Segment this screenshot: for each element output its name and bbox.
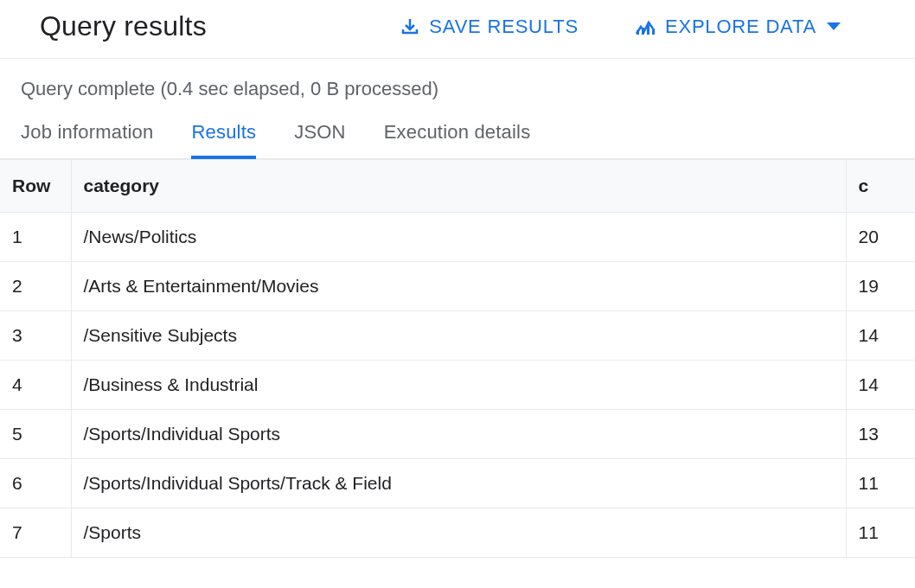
col-header-row[interactable]: Row bbox=[0, 160, 71, 213]
svg-rect-1 bbox=[642, 28, 644, 35]
col-header-category[interactable]: category bbox=[71, 160, 846, 213]
cell-c: 11 bbox=[846, 459, 915, 508]
tab-execution-details[interactable]: Execution details bbox=[384, 116, 531, 159]
tab-results[interactable]: Results bbox=[191, 116, 256, 159]
table-header-row: Row category c bbox=[0, 160, 915, 213]
cell-category: /Sports/Individual Sports/Track & Field bbox=[71, 459, 846, 508]
cell-category: /Sports bbox=[71, 508, 846, 558]
svg-rect-3 bbox=[652, 29, 655, 35]
cell-category: /Sensitive Subjects bbox=[71, 311, 846, 361]
header-actions: SAVE RESULTS EXPLORE DATA bbox=[400, 16, 842, 38]
cell-c: 19 bbox=[846, 262, 915, 311]
svg-rect-2 bbox=[647, 25, 649, 35]
header-bar: Query results SAVE RESULTS bbox=[0, 0, 915, 59]
page-title: Query results bbox=[40, 10, 207, 42]
cell-c: 20 bbox=[846, 213, 915, 262]
cell-row: 2 bbox=[0, 262, 71, 311]
cell-row: 5 bbox=[0, 410, 71, 459]
table-row[interactable]: 2 /Arts & Entertainment/Movies 19 bbox=[0, 262, 915, 311]
cell-category: /Business & Industrial bbox=[71, 361, 846, 410]
explore-data-button[interactable]: EXPLORE DATA bbox=[634, 16, 842, 38]
svg-rect-0 bbox=[637, 30, 639, 35]
cell-c: 13 bbox=[846, 410, 915, 459]
cell-row: 1 bbox=[0, 213, 71, 262]
cell-c: 11 bbox=[846, 508, 915, 558]
tabs: Job information Results JSON Execution d… bbox=[0, 116, 915, 159]
save-results-label: SAVE RESULTS bbox=[429, 16, 579, 38]
table-row[interactable]: 6 /Sports/Individual Sports/Track & Fiel… bbox=[0, 459, 915, 508]
table-row[interactable]: 7 /Sports 11 bbox=[0, 508, 915, 558]
cell-category: /Arts & Entertainment/Movies bbox=[71, 262, 846, 311]
cell-row: 6 bbox=[0, 459, 71, 508]
cell-category: /News/Politics bbox=[71, 213, 846, 262]
tab-job-information[interactable]: Job information bbox=[21, 116, 153, 159]
table-row[interactable]: 3 /Sensitive Subjects 14 bbox=[0, 311, 915, 361]
cell-row: 4 bbox=[0, 361, 71, 410]
chevron-down-icon bbox=[825, 18, 842, 35]
col-header-c[interactable]: c bbox=[846, 160, 915, 213]
table-row[interactable]: 1 /News/Politics 20 bbox=[0, 213, 915, 262]
cell-c: 14 bbox=[846, 311, 915, 361]
save-results-button[interactable]: SAVE RESULTS bbox=[400, 16, 579, 38]
status-text: Query complete (0.4 sec elapsed, 0 B pro… bbox=[0, 59, 915, 116]
cell-category: /Sports/Individual Sports bbox=[71, 410, 846, 459]
chart-icon bbox=[634, 16, 656, 37]
cell-c: 14 bbox=[846, 361, 915, 410]
explore-data-label: EXPLORE DATA bbox=[665, 16, 816, 38]
table-row[interactable]: 4 /Business & Industrial 14 bbox=[0, 361, 915, 410]
table-row[interactable]: 5 /Sports/Individual Sports 13 bbox=[0, 410, 915, 459]
tab-json[interactable]: JSON bbox=[294, 116, 345, 159]
download-icon bbox=[400, 16, 420, 37]
results-table: Row category c 1 /News/Politics 20 2 /Ar… bbox=[0, 159, 915, 558]
cell-row: 7 bbox=[0, 508, 71, 558]
cell-row: 3 bbox=[0, 311, 71, 361]
